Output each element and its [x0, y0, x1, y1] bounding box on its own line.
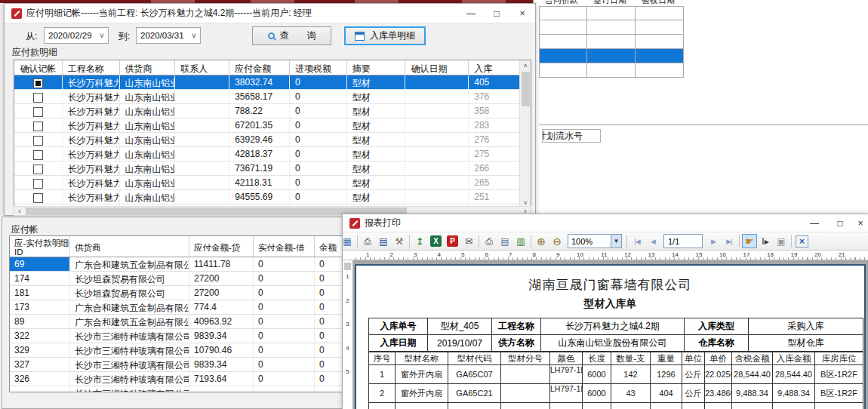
column-header[interactable]: 供货商 [120, 60, 176, 75]
table-row[interactable]: 长沙万科魅力... 山东南山铝业... 35658.17 0 型材 376 [14, 90, 519, 104]
confirm-checkbox[interactable] [33, 93, 43, 103]
print-icon[interactable]: ⎙ [360, 234, 375, 248]
confirm-checkbox[interactable] [33, 78, 43, 88]
column-header[interactable]: 供货商 [70, 236, 189, 257]
table-row[interactable]: 174 长沙坦森贸易有限公司 27200 0 0 [10, 272, 343, 286]
table-row[interactable] [539, 35, 684, 49]
zoom-out-icon[interactable]: ⊖ [549, 234, 565, 248]
multi-page-icon[interactable]: ▥ [513, 234, 528, 248]
prev-page-icon[interactable]: ◀ [645, 234, 660, 248]
serial-number-field[interactable]: 计划流水号 [542, 129, 601, 143]
excel-export-icon[interactable]: X [430, 235, 442, 247]
export-icon[interactable]: ↥ [412, 234, 427, 248]
table-row[interactable]: 长沙万科魅力... 山东南山铝业... 73671.19 0 型材 266 [14, 161, 519, 176]
table-row[interactable]: 长沙万科魅力... 山东南山铝业... 67201.35 0 型材 283 [14, 118, 519, 133]
column-header[interactable]: 摘要 [347, 60, 406, 75]
text-select-icon[interactable]: I▸ [758, 234, 773, 248]
chevron-down-icon[interactable]: ˅ [96, 32, 108, 40]
zoom-in-icon[interactable]: ⊕ [534, 234, 549, 248]
page-setup-icon[interactable]: ⎙ [482, 234, 497, 248]
table-row[interactable]: 326 长沙市三湘特种玻璃有限公司 7193.64 0 0 [10, 372, 343, 386]
scrollbar-thumb[interactable] [522, 72, 530, 106]
chevron-down-icon[interactable]: ˅ [188, 32, 200, 40]
background-window-panel: 合同价款 签订日期 验收日期 [533, 0, 868, 215]
scroll-up-icon[interactable]: ˄ [520, 60, 531, 71]
minimize-button[interactable]: — [802, 214, 827, 232]
minimize-button[interactable]: — [458, 4, 484, 23]
column-header[interactable]: 实付金额-借 [254, 236, 315, 257]
info-label: 入库类型 [685, 318, 749, 335]
confirm-checkbox[interactable] [33, 150, 43, 160]
table-row[interactable]: 69 广东合和建筑五金制品有限公司 11411.78 0 0 [10, 257, 343, 272]
unit-cell [682, 403, 705, 409]
from-date-combo[interactable]: 2020/02/29 ˅ [44, 27, 109, 44]
column-header[interactable]: 联系人 [175, 60, 229, 75]
confirm-checkbox[interactable] [33, 193, 43, 203]
first-page-icon[interactable]: |◀ [629, 234, 645, 248]
table-row[interactable]: 长沙万科魅力... 山东南山铝业... 42818.37 0 型材 275 [14, 147, 519, 161]
scroll-left-icon[interactable]: ‹ [14, 207, 25, 216]
table-row[interactable]: 327 长沙市三湘特种玻璃有限公司 9839.34 0 0 [10, 358, 343, 372]
book-icon[interactable]: ▤ [376, 234, 391, 248]
next-page-icon[interactable]: ▶ [706, 234, 721, 248]
table-row[interactable]: 329 长沙市三湘特种玻璃有限公司 10790.46 0 0 [10, 343, 343, 358]
close-button[interactable]: × [509, 4, 535, 23]
inbound-detail-button-label: 入库单明细 [370, 29, 415, 42]
hand-tool-icon[interactable]: ☛ [742, 234, 757, 248]
length-cell [583, 403, 611, 409]
table-row[interactable]: 长沙万科魅力... 山东南山铝业... 63929.46 0 型材 276 [14, 133, 519, 147]
maximize-button[interactable]: □ [827, 214, 853, 232]
table-row[interactable]: 89 广东合和建筑五金制品有限公司 40963.92 0 0 [10, 315, 343, 329]
column-header[interactable]: 进项税额 [290, 60, 347, 75]
maximize-button[interactable]: □ [484, 4, 509, 23]
column-header[interactable]: 工程名称 [63, 60, 120, 75]
table-row[interactable]: 长沙万科魅力... 山东南山铝业... 94555.69 0 型材 251 [14, 190, 519, 204]
confirm-checkbox[interactable] [33, 165, 43, 174]
inbound-detail-button[interactable]: 入库单明细 [344, 26, 426, 45]
vertical-scrollbar[interactable]: ˄ ˅ [519, 60, 531, 208]
to-date-combo[interactable]: 2020/03/31 ˅ [136, 27, 201, 44]
print-toolbar: ▦ ⎙ ▤ ⚒ ↥ X P ✉ ⎙ ▤ ▥ ⊕ ⊖ 100% ▼ |◀ ◀ 1/… [343, 232, 868, 251]
table-row[interactable]: 181 长沙坦森贸易有限公司 27200 0 0 [10, 286, 343, 300]
page-number-input[interactable]: 1/1 [663, 234, 703, 248]
table-row[interactable]: 173 广东合和建筑五金制品有限公司 774.4 0 0 [10, 300, 343, 315]
single-page-icon[interactable]: ▤ [497, 234, 512, 248]
titlebar[interactable]: 报表打印 — □ × [343, 214, 868, 232]
detail-id-cell [10, 386, 70, 392]
inbound-cell: 358 [469, 104, 519, 118]
titlebar[interactable]: 应付明细记帐------当前工程: 长沙万科魅力之城4.2期------当前用户… [5, 4, 535, 23]
table-row[interactable] [539, 49, 684, 63]
table-row[interactable] [539, 6, 684, 20]
confirm-checkbox[interactable] [33, 121, 43, 131]
table-row[interactable] [539, 63, 684, 78]
table-row[interactable]: 长沙万科魅力... 山东南山铝业... 788.22 0 型材 358 [14, 104, 519, 118]
query-button[interactable]: 查 询 [252, 26, 331, 45]
confirm-checkbox[interactable] [33, 136, 43, 146]
confirm-checkbox[interactable] [33, 179, 43, 189]
column-header[interactable]: 确认记帐 [14, 60, 63, 75]
designer-icon[interactable]: ▦ [340, 234, 355, 248]
mail-icon[interactable]: ✉ [461, 234, 476, 248]
close-button[interactable]: × [853, 214, 868, 232]
print-preview-area[interactable]: 12345 湖南亘晟门窗幕墙有限公司 型材入库单 入库单号 型材_405 工程名… [343, 260, 868, 409]
table-row[interactable]: 长沙万科魅力... 山东南山铝业... 42118.31 0 型材 265 [14, 176, 519, 190]
last-page-icon[interactable]: ▶| [722, 234, 737, 248]
chevron-down-icon[interactable]: ▼ [611, 235, 621, 248]
column-header[interactable]: 入库 [469, 60, 519, 75]
tools-icon[interactable]: ⚒ [392, 234, 407, 248]
column-header[interactable]: 应-实付款明细ID [10, 236, 70, 257]
confirm-checkbox[interactable] [33, 107, 43, 117]
debit-amount-cell: 0 [254, 329, 315, 343]
table-row[interactable] [539, 20, 684, 35]
column-header[interactable]: 确认日期 [405, 60, 469, 75]
column-header[interactable]: 应付金额-贷 [189, 236, 254, 257]
pdf-export-icon[interactable]: P [447, 235, 458, 247]
table-row[interactable]: 长沙万科魅力... 山东南山铝业... 38032.74 0 型材 405 [14, 75, 519, 90]
table-row[interactable]: 长沙市三湘特种玻璃有限公司 [10, 386, 343, 392]
column-header[interactable]: 应付金额 [229, 60, 290, 75]
close-preview-icon[interactable]: × [796, 235, 808, 248]
amount-cell: 73671.19 [229, 161, 290, 175]
table-row[interactable]: 322 长沙市三湘特种玻璃有限公司 9839.34 0 0 [10, 329, 343, 343]
zoom-level-combo[interactable]: 100% ▼ [568, 234, 622, 248]
copy-pages-icon[interactable]: ▣ [774, 234, 789, 248]
